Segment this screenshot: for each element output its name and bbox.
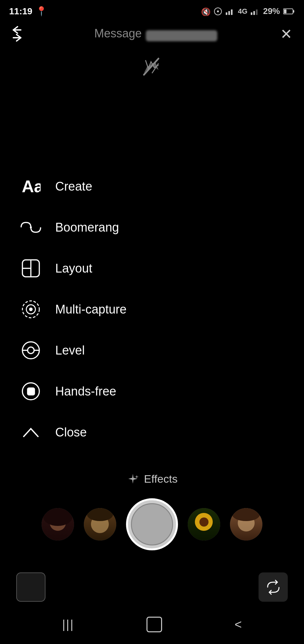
message-recipient-blur (146, 30, 217, 41)
message-label: Message (94, 27, 142, 40)
svg-rect-7 (253, 11, 255, 15)
menu-item-handsfree[interactable]: Hands-free (19, 371, 285, 412)
status-bar: 11:19 📍 🔇 4G 29% (0, 0, 304, 19)
svg-rect-11 (284, 9, 286, 13)
flip-camera-icon (264, 578, 282, 596)
multicapture-icon (19, 298, 42, 321)
nav-bar: ||| < (0, 605, 304, 644)
back-forward-button[interactable] (12, 26, 31, 42)
effects-label: Effects (144, 473, 177, 485)
recent-apps-button[interactable]: ||| (62, 618, 74, 631)
menu-area: Aa Create Boomerang Layout (0, 146, 304, 463)
create-label: Create (55, 180, 92, 194)
svg-rect-26 (28, 388, 34, 395)
contact-avatar-3[interactable] (188, 508, 220, 541)
svg-rect-5 (231, 9, 233, 15)
close-button[interactable]: ✕ (280, 26, 292, 42)
airplane-area (0, 49, 304, 81)
contact-avatar-4[interactable] (230, 508, 262, 541)
svg-rect-4 (228, 11, 230, 15)
menu-item-boomerang[interactable]: Boomerang (19, 207, 285, 248)
boomerang-icon (19, 216, 42, 239)
menu-item-layout[interactable]: Layout (19, 248, 285, 289)
time-display: 11:19 (9, 6, 32, 17)
status-left: 11:19 📍 (9, 6, 47, 17)
signal-icon-2 (251, 8, 260, 15)
battery-icon (283, 8, 295, 15)
back-icon (12, 26, 31, 42)
multicapture-label: Multi-capture (55, 302, 127, 316)
back-nav-button[interactable]: < (234, 618, 242, 632)
level-icon (19, 339, 42, 362)
home-button[interactable] (146, 617, 162, 632)
handsfree-label: Hands-free (55, 384, 116, 398)
camera-strip (0, 492, 304, 560)
level-label: Level (55, 343, 85, 357)
effects-area: Effects (0, 463, 304, 492)
close-label: Close (55, 425, 87, 439)
svg-rect-6 (251, 12, 252, 15)
viewfinder-area (0, 81, 304, 146)
layout-icon (19, 257, 42, 280)
battery-percent: 29% (263, 6, 280, 16)
menu-item-create[interactable]: Aa Create (19, 166, 285, 207)
message-header: Message (31, 27, 280, 42)
handsfree-icon (19, 380, 42, 403)
svg-point-14 (30, 226, 32, 228)
mute-icon: 🔇 (201, 7, 210, 16)
svg-rect-8 (256, 9, 258, 15)
menu-item-close[interactable]: Close (19, 412, 285, 453)
svg-point-20 (30, 308, 32, 311)
boomerang-label: Boomerang (55, 221, 119, 235)
network-type: 4G (238, 7, 247, 16)
svg-rect-10 (293, 10, 294, 13)
status-right: 🔇 4G 29% (201, 6, 295, 16)
create-icon: Aa (19, 175, 42, 198)
contact-avatar-2[interactable] (84, 508, 116, 541)
svg-point-2 (217, 10, 219, 12)
sparkle-icon (126, 472, 139, 485)
signal-icon (226, 8, 235, 15)
contact-avatar-1[interactable] (42, 508, 74, 541)
menu-item-level[interactable]: Level (19, 330, 285, 371)
close-chevron-icon (19, 421, 42, 444)
svg-point-22 (28, 347, 34, 354)
flip-camera-button[interactable] (259, 572, 288, 602)
bottom-controls (0, 572, 304, 602)
menu-item-multicapture[interactable]: Multi-capture (19, 289, 285, 330)
location-icon: 📍 (36, 6, 47, 17)
gallery-button[interactable] (16, 572, 45, 602)
svg-text:Aa: Aa (22, 177, 41, 196)
no-location-icon (141, 55, 163, 78)
wifi-icon (213, 7, 222, 16)
layout-label: Layout (55, 262, 92, 275)
shutter-inner (131, 503, 173, 545)
shutter-button[interactable] (126, 498, 178, 550)
svg-rect-3 (226, 12, 227, 15)
top-bar: Message ✕ (0, 19, 304, 49)
svg-text:🔇: 🔇 (201, 7, 210, 16)
